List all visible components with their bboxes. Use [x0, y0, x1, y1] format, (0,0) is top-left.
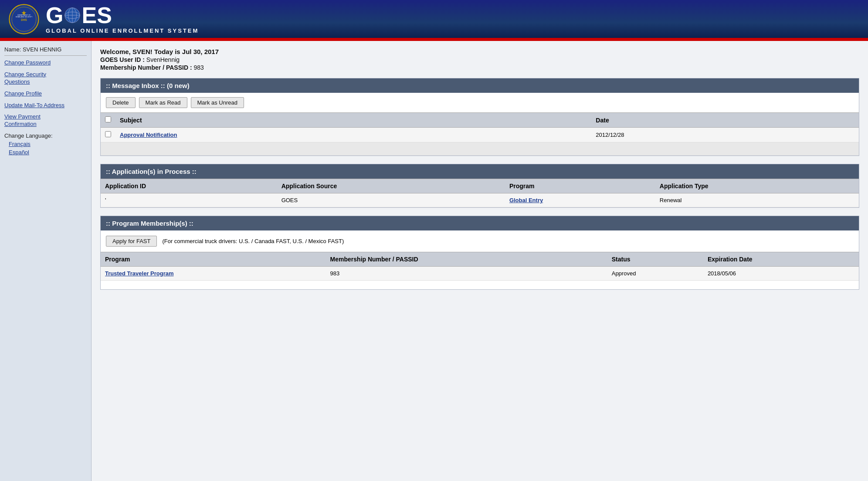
welcome-section: Welcome, SVEN! Today is Jul 30, 2017 GOE…: [100, 48, 859, 71]
welcome-line1: Welcome, SVEN! Today is Jul 30, 2017: [100, 48, 859, 55]
app-header-source: Application Source: [277, 179, 505, 193]
welcome-line3: Membership Number / PASSID : 983: [100, 64, 859, 71]
sidebar-item-view-payment[interactable]: View PaymentConfirmation: [4, 113, 87, 128]
mark-as-read-button[interactable]: Mark as Read: [139, 97, 187, 108]
svg-text:DEPARTMENT OF: DEPARTMENT OF: [17, 14, 31, 16]
approval-notification-link[interactable]: Approval Notification: [120, 132, 177, 138]
content-area: Welcome, SVEN! Today is Jul 30, 2017 GOE…: [92, 41, 868, 481]
inbox-row-checkbox: [101, 128, 115, 142]
app-header-type: Application Type: [655, 179, 859, 193]
sidebar-language-francais[interactable]: Français: [9, 141, 87, 147]
dhs-seal: DHS DEPARTMENT OF HOMELAND SECURITY: [9, 4, 39, 34]
applications-section-header: :: Application(s) in Process ::: [101, 164, 859, 179]
table-row: Approval Notification 2012/12/28: [101, 128, 859, 142]
program-membership-header: :: Program Membership(s) ::: [101, 216, 859, 230]
welcome-line2: GOES User ID : SvenHennig: [100, 56, 859, 63]
sidebar-item-change-security[interactable]: Change SecurityQuestions: [4, 71, 87, 86]
prog-header-membership: Membership Number / PASSID: [326, 252, 607, 267]
program-membership-table: Program Membership Number / PASSID Statu…: [101, 252, 859, 281]
inbox-empty-cell: [101, 142, 859, 156]
program-membership-toolbar: Apply for FAST (For commercial truck dri…: [101, 230, 859, 252]
prog-row-program: Trusted Traveler Program: [101, 267, 326, 281]
sidebar-item-update-mail[interactable]: Update Mail-To Address: [4, 102, 87, 109]
goes-user-id-value: SvenHennig: [146, 56, 180, 63]
goes-globe-icon: [64, 7, 81, 24]
goes-es-letters: ES: [81, 4, 112, 27]
apply-for-fast-button[interactable]: Apply for FAST: [106, 236, 157, 247]
inbox-table: Subject Date Approval Notification 2012/…: [101, 112, 859, 156]
table-row: ' GOES Global Entry Renewal: [101, 193, 859, 207]
app-row-id: ': [101, 193, 277, 207]
inbox-message-checkbox[interactable]: [105, 131, 111, 137]
global-entry-link[interactable]: Global Entry: [509, 197, 543, 203]
inbox-row-date: 2012/12/28: [591, 128, 859, 142]
prog-header-status: Status: [607, 252, 703, 267]
prog-header-expiration: Expiration Date: [703, 252, 859, 267]
app-header-id: Application ID: [101, 179, 277, 193]
language-label: Change Language:: [4, 132, 87, 139]
mark-as-unread-button[interactable]: Mark as Unread: [191, 97, 244, 108]
sidebar-language-espanol[interactable]: Español: [9, 149, 87, 156]
app-row-source: GOES: [277, 193, 505, 207]
delete-button[interactable]: Delete: [106, 97, 136, 108]
inbox-header-date: Date: [591, 113, 859, 128]
main-layout: Name: SVEN HENNIG Change Password Change…: [0, 41, 868, 481]
inbox-toolbar: Delete Mark as Read Mark as Unread: [101, 93, 859, 112]
sidebar-item-change-password[interactable]: Change Password: [4, 59, 87, 67]
sidebar-item-change-profile[interactable]: Change Profile: [4, 90, 87, 98]
sidebar-username: Name: SVEN HENNIG: [4, 46, 87, 56]
applications-table: Application ID Application Source Progra…: [101, 179, 859, 207]
apply-fast-note: (For commercial truck drivers: U.S. / Ca…: [162, 238, 344, 244]
table-row: Trusted Traveler Program 983 Approved 20…: [101, 267, 859, 281]
page-header: DHS DEPARTMENT OF HOMELAND SECURITY G ES…: [0, 0, 868, 39]
inbox-header-checkbox-col: [101, 113, 115, 128]
prog-row-expiration: 2018/05/06: [703, 267, 859, 281]
inbox-empty-row: [101, 142, 859, 156]
inbox-row-subject: Approval Notification: [115, 128, 591, 142]
trusted-traveler-program-link[interactable]: Trusted Traveler Program: [105, 270, 174, 277]
applications-section: :: Application(s) in Process :: Applicat…: [100, 164, 859, 208]
goes-logo: G ES GLOBAL ONLINE ENROLLMENT SYSTEM: [46, 4, 199, 34]
prog-row-status: Approved: [607, 267, 703, 281]
goes-user-id-label: GOES User ID :: [100, 56, 145, 63]
sidebar: Name: SVEN HENNIG Change Password Change…: [0, 41, 92, 481]
goes-g-letter: G: [46, 4, 63, 27]
inbox-section-header: :: Message Inbox :: (0 new): [101, 78, 859, 93]
svg-text:HOMELAND SECURITY: HOMELAND SECURITY: [16, 16, 33, 17]
prog-header-program: Program: [101, 252, 326, 267]
membership-number-label: Membership Number / PASSID :: [100, 64, 192, 71]
inbox-header-subject: Subject: [115, 113, 591, 128]
app-row-type: Renewal: [655, 193, 859, 207]
app-header-program: Program: [505, 179, 655, 193]
app-row-program: Global Entry: [505, 193, 655, 207]
prog-row-membership: 983: [326, 267, 607, 281]
inbox-select-all-checkbox[interactable]: [105, 116, 111, 122]
membership-number-value: 983: [193, 64, 203, 71]
svg-text:DHS: DHS: [21, 18, 27, 21]
prog-footer-spacer: [101, 281, 859, 289]
goes-subtitle: GLOBAL ONLINE ENROLLMENT SYSTEM: [46, 27, 199, 34]
inbox-section: :: Message Inbox :: (0 new) Delete Mark …: [100, 78, 859, 156]
program-membership-section: :: Program Membership(s) :: Apply for FA…: [100, 216, 859, 290]
